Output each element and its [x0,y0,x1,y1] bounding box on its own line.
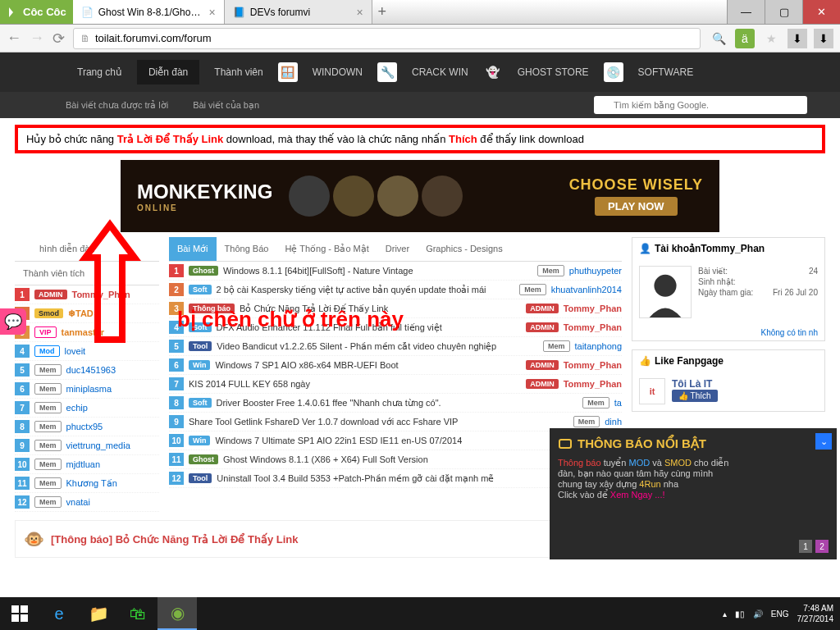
member-row[interactable]: 9Memviettrung_media [15,436,159,455]
nav-members[interactable]: Thành viên [203,60,274,84]
topic-tab[interactable]: Hệ Thống - Bảo Mật [276,237,377,261]
member-row[interactable]: 5Memduc1451963 [15,361,159,380]
topic-tab[interactable]: Graphics - Designs [418,237,511,261]
username-link[interactable]: Khương Tấn [66,478,117,489]
close-tab-icon[interactable]: × [357,6,363,19]
topic-title[interactable]: Windows 8.1.1 [64bit][FullSoft] - Nature… [223,266,532,276]
subnav-yourposts[interactable]: Bài viết của bạn [193,100,259,111]
author-link[interactable]: Tommy_Phan [564,360,622,370]
fanpage-link[interactable]: Tôi Là IT [672,378,718,390]
rank-number: 7 [15,401,30,414]
search-icon[interactable]: 🔍 [709,29,728,48]
member-row[interactable]: 12Memvnatai [15,493,159,512]
chat-widget-icon[interactable]: 💬 [0,308,26,335]
system-tray[interactable]: ▴ ▮▯ 🔊 ENG 7:48 AM 7/27/2014 [723,603,840,624]
browser-tab-0[interactable]: 📄 Ghost Win 8-8.1/Ghost Wi × [73,0,225,24]
tray-volume-icon[interactable]: 🔊 [753,609,763,619]
no-messages[interactable]: Không có tin nh [632,325,824,340]
shield-icon[interactable]: ä [735,29,755,48]
ad-banner[interactable]: MONKEYKING ONLINE CHOOSE WISELY PLAY NOW [121,160,719,232]
topic-tab[interactable]: Driver [377,237,418,261]
topic-row[interactable]: 1GhostWindows 8.1.1 [64bit][FullSoft] - … [169,262,622,281]
browser-tab-1[interactable]: 📘 DEVs forumvi × [225,0,372,24]
tray-lang[interactable]: ENG [771,609,789,619]
topic-title[interactable]: Windows 7 SP1 AIO x86-x64 MBR-UEFI Boot [215,360,521,370]
member-row[interactable]: 8Memphuctx95 [15,418,159,436]
tray-up-icon[interactable]: ▴ [723,609,727,619]
tray-clock[interactable]: 7:48 AM 7/27/2014 [797,603,834,624]
popup-toggle[interactable]: ⌄ [815,433,832,450]
author-link[interactable]: Tommy_Phan [564,322,622,332]
topic-title[interactable]: Windows 7 Ultimate SP1 AIO 22in1 ESD IE1… [215,436,553,445]
username-link[interactable]: echip [66,403,88,413]
username-link[interactable]: viettrung_media [66,441,130,450]
nav-crack[interactable]: CRACK WIN [400,60,480,84]
author-link[interactable]: ta [614,398,622,408]
fanpage-panel: 👍Like Fanpgage it Tôi Là IT 👍 Thích [632,349,825,412]
url-input[interactable]: 🗎 toilait.forumvi.com/forum [73,28,701,49]
author-link[interactable]: Tommy_Phan [564,379,622,389]
topic-row[interactable]: 8SoftDriver Booster Free 1.4.0.61 ffee "… [169,394,622,413]
taskbar-store[interactable]: 🛍 [118,597,158,630]
nav-forum[interactable]: Diễn đàn [137,60,199,84]
member-row[interactable]: 7Memechip [15,399,159,418]
taskbar-coccoc[interactable]: ◉ [158,597,197,630]
menu-icon[interactable]: ⬇ [814,29,833,48]
topic-title[interactable]: KIS 2014 FULL KEY 658 ngày [189,379,521,389]
author-badge: ADMIN [526,360,559,370]
username-link[interactable]: miniplasma [66,384,112,394]
nav-ghost[interactable]: GHOST STORE [506,60,600,84]
role-badge: Mod [34,345,60,357]
author-link[interactable]: dinh [605,417,622,427]
member-row[interactable]: 6Memminiplasma [15,380,159,399]
nav-home[interactable]: Trang chủ [66,60,134,84]
back-button[interactable]: ← [7,30,21,47]
member-row[interactable]: 11MemKhương Tấn [15,474,159,493]
nav-windown[interactable]: WINDOWN [301,60,374,84]
taskbar-explorer[interactable]: 📁 [79,597,118,630]
popup-title: THÔNG BÁO NỔI BẬT [558,436,829,451]
nav-software[interactable]: SOFTWARE [627,60,705,84]
reload-button[interactable]: ⟳ [52,30,65,48]
annotation-text: bị chèn chữ ở trên này [177,307,404,332]
topic-title[interactable]: Video Bandicut v1.2.2.65 Silent - Phần m… [217,341,538,352]
maximize-button[interactable]: ▢ [765,0,802,24]
tray-network-icon[interactable]: ▮▯ [735,609,745,619]
star-icon[interactable]: ★ [761,29,781,48]
topic-title[interactable]: Share Tool Getlink FshareD Ver 1.0.7 dow… [189,417,568,427]
popup-pagination[interactable]: 1 2 [799,540,829,553]
download-icon[interactable]: ⬇ [788,29,807,48]
author-link[interactable]: taitanphong [575,341,623,351]
role-badge: Mem [34,364,62,376]
taskbar-ie[interactable]: e [39,597,79,630]
topic-row[interactable]: 5ToolVideo Bandicut v1.2.2.65 Silent - P… [169,337,622,356]
subnav-unanswered[interactable]: Bài viết chưa được trả lời [66,100,168,111]
topic-title[interactable]: Driver Booster Free 1.4.0.61 ffee "Nhanh… [217,398,578,409]
topic-tab[interactable]: Thông Báo [217,237,277,261]
author-link[interactable]: phuthuypeter [569,266,622,276]
start-button[interactable] [0,597,39,630]
topic-row[interactable]: 2Soft2 bộ cài Kaspersky tiếng việt tự ac… [169,281,622,299]
search-box[interactable] [594,96,807,114]
new-tab-button[interactable]: + [372,0,392,24]
topic-title[interactable]: Uninstall Tool 3.4 Build 5353 +Patch-Phầ… [217,473,553,484]
username-link[interactable]: duc1451963 [66,365,116,375]
search-input[interactable] [594,96,807,114]
username-link[interactable]: phuctx95 [66,422,103,431]
topic-title[interactable]: Ghost Windows 8.1.1 (X86 + X64) Full Sof… [223,454,553,464]
fb-like-button[interactable]: 👍 Thích [672,390,718,402]
author-link[interactable]: khuatvanlinh2014 [551,285,622,294]
forward-button[interactable]: → [30,30,44,47]
topic-tab[interactable]: Bài Mới [169,237,217,261]
minimize-button[interactable]: — [727,0,765,24]
close-tab-icon[interactable]: × [209,6,216,19]
author-link[interactable]: Tommy_Phan [564,304,622,313]
topic-row[interactable]: 7KIS 2014 FULL KEY 658 ngàyADMINTommy_Ph… [169,375,622,394]
topic-title[interactable]: 2 bộ cài Kaspersky tiếng việt tự active … [217,285,515,295]
username-link[interactable]: vnatai [66,497,90,507]
member-row[interactable]: 10Memmjdtluan [15,455,159,474]
svg-rect-6 [21,614,28,622]
topic-row[interactable]: 6WinWindows 7 SP1 AIO x86-x64 MBR-UEFI B… [169,356,622,375]
username-link[interactable]: mjdtluan [66,459,101,469]
close-button[interactable]: ✕ [802,0,840,24]
